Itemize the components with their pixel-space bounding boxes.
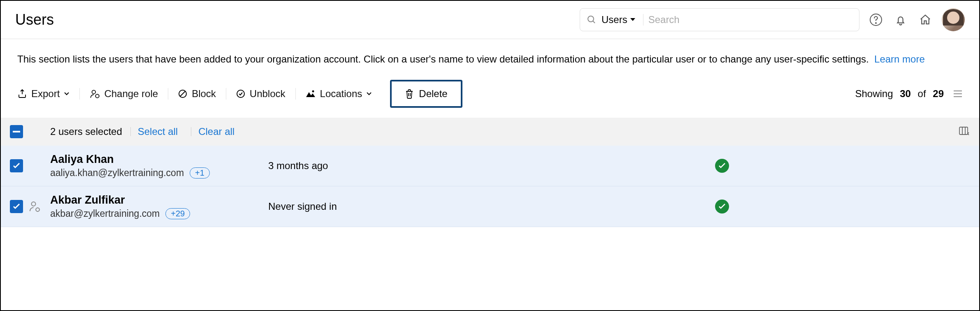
svg-point-8 <box>237 90 244 97</box>
locations-label: Locations <box>320 88 362 100</box>
row-checkbox[interactable] <box>10 159 23 172</box>
signin-time: Never signed in <box>268 201 715 212</box>
trash-icon <box>405 89 414 99</box>
locations-button[interactable]: Locations <box>295 85 382 103</box>
change-role-button[interactable]: Change role <box>79 85 168 103</box>
table-row[interactable]: Aaliya Khan aaliya.khan@zylkertraining.c… <box>1 146 979 186</box>
page-title: Users <box>15 11 54 28</box>
toolbar: Export Change role Block Unblock Locatio… <box>17 80 963 108</box>
svg-point-9 <box>312 91 314 93</box>
delete-label: Delete <box>419 88 447 100</box>
signin-time: 3 months ago <box>268 160 715 172</box>
export-button[interactable]: Export <box>17 85 79 103</box>
row-checkbox[interactable] <box>10 200 23 213</box>
block-label: Block <box>192 88 216 100</box>
user-email: aaliya.khan@zylkertraining.com <box>50 167 184 179</box>
notifications-button[interactable] <box>892 12 909 28</box>
export-icon <box>17 89 27 99</box>
svg-line-1 <box>593 21 595 23</box>
search-box[interactable]: Users <box>580 8 859 31</box>
select-all-checkbox[interactable] <box>10 125 23 138</box>
search-icon <box>587 15 597 25</box>
export-label: Export <box>31 88 60 100</box>
select-all-link[interactable]: Select all <box>133 126 183 137</box>
svg-rect-14 <box>959 127 968 135</box>
showing-text: Showing 30 of 29 <box>855 88 944 100</box>
help-button[interactable] <box>868 12 884 28</box>
header: Users Users <box>1 1 979 39</box>
chevron-down-icon <box>64 92 70 96</box>
change-role-label: Change role <box>104 88 158 100</box>
user-name: Aaliya Khan <box>50 153 268 166</box>
search-scope-dropdown[interactable]: Users <box>601 14 643 26</box>
block-button[interactable]: Block <box>168 85 226 103</box>
user-name: Akbar Zulfikar <box>50 194 268 207</box>
change-role-icon <box>89 88 100 99</box>
role-admin-icon <box>28 200 41 213</box>
unblock-icon <box>236 89 246 99</box>
caret-down-icon <box>630 18 636 22</box>
unblock-button[interactable]: Unblock <box>226 85 295 103</box>
table-row[interactable]: Akbar Zulfikar akbar@zylkertraining.com … <box>1 186 979 227</box>
block-icon <box>178 89 188 99</box>
delete-button[interactable]: Delete <box>390 80 462 108</box>
alias-count-badge[interactable]: +29 <box>165 208 190 219</box>
clear-all-link[interactable]: Clear all <box>193 126 239 137</box>
svg-point-17 <box>32 202 36 206</box>
column-settings-button[interactable] <box>959 126 970 137</box>
unblock-label: Unblock <box>250 88 286 100</box>
chevron-down-icon <box>366 92 372 96</box>
search-scope-label: Users <box>601 14 627 26</box>
svg-rect-13 <box>13 131 20 132</box>
status-ok-icon <box>715 200 729 214</box>
svg-point-0 <box>588 16 594 22</box>
locations-icon <box>305 90 316 98</box>
status-ok-icon <box>715 159 729 173</box>
learn-more-link[interactable]: Learn more <box>874 53 925 65</box>
svg-line-7 <box>180 91 185 96</box>
user-email: akbar@zylkertraining.com <box>50 208 160 219</box>
home-button[interactable] <box>917 12 934 28</box>
description-text: This section lists the users that have b… <box>17 51 963 67</box>
selection-count: 2 users selected <box>50 126 122 137</box>
svg-point-5 <box>96 94 100 98</box>
search-input[interactable] <box>648 14 852 26</box>
svg-point-18 <box>36 208 39 211</box>
svg-point-4 <box>92 91 96 94</box>
svg-point-3 <box>875 23 876 23</box>
alias-count-badge[interactable]: +1 <box>190 167 210 179</box>
description-body: This section lists the users that have b… <box>17 53 869 65</box>
avatar[interactable] <box>942 8 965 31</box>
density-toggle[interactable] <box>953 90 963 98</box>
selection-bar: 2 users selected Select all Clear all <box>1 118 979 146</box>
